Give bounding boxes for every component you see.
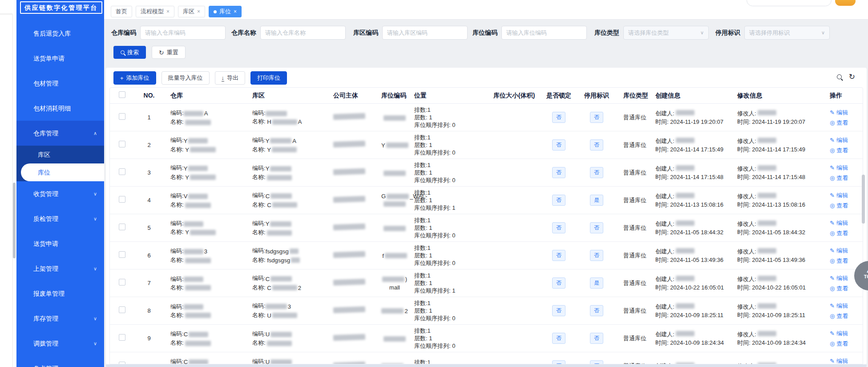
view-link[interactable]: ◎ 查看 xyxy=(830,256,863,266)
edit-link[interactable]: ✎ 编辑 xyxy=(830,107,863,118)
name-line: 名称: C xyxy=(252,200,327,209)
view-link[interactable]: ◎ 查看 xyxy=(830,118,863,128)
sidebar-item-包材消耗明细[interactable]: 包材消耗明细 xyxy=(16,96,104,121)
tab-流程模型[interactable]: 流程模型× xyxy=(136,6,174,17)
row-checkbox-cell xyxy=(110,168,134,177)
sidebar-item-送货单申请[interactable]: 送货单申请 xyxy=(16,46,104,71)
position-cell: 排数:1层数: 1库位顺序排列: 0 xyxy=(408,134,490,156)
rows-line: 排数:1 xyxy=(414,106,490,114)
action-button-打印库位[interactable]: 打印库位 xyxy=(250,71,287,85)
pencil-icon: ✎ xyxy=(830,273,835,283)
edit-link[interactable]: ✎ 编辑 xyxy=(830,163,863,173)
row-checkbox[interactable] xyxy=(119,279,125,285)
censored-value: Y xyxy=(185,173,216,182)
sidebar-item-售后退货入库[interactable]: 售后退货入库 xyxy=(16,21,104,46)
tab-首页[interactable]: 首页 xyxy=(111,6,132,17)
filter-input[interactable] xyxy=(501,26,587,40)
sidebar-item-库位[interactable]: 库位 xyxy=(16,163,104,181)
view-link[interactable]: ◎ 查看 xyxy=(830,228,863,238)
filter-input[interactable] xyxy=(140,26,226,40)
censored-blur xyxy=(189,359,208,364)
action-button-批量导入库位[interactable]: 批量导入库位 xyxy=(161,71,210,85)
name-line: 名称: xyxy=(170,338,245,347)
row-checkbox[interactable] xyxy=(119,141,125,147)
view-link[interactable]: ◎ 查看 xyxy=(830,200,863,211)
view-link[interactable]: ◎ 查看 xyxy=(830,173,863,183)
row-checkbox[interactable] xyxy=(119,168,125,175)
table-search-icon[interactable] xyxy=(837,74,842,79)
filter-input[interactable] xyxy=(260,26,346,40)
sidebar-item-仓库管理[interactable]: 仓库管理∧ xyxy=(16,121,104,146)
tab-库区[interactable]: 库区× xyxy=(178,6,205,17)
order-line: 库位顺序排列: 0 xyxy=(414,314,490,322)
select-all-checkbox[interactable] xyxy=(119,91,125,98)
company-cell xyxy=(327,196,377,204)
edit-link[interactable]: ✎ 编辑 xyxy=(830,135,863,145)
tab-库位[interactable]: 库位× xyxy=(209,6,242,17)
company-cell xyxy=(327,141,377,149)
warehouse-cell: 编码:名称: xyxy=(164,275,245,292)
sidebar-item-上架管理[interactable]: 上架管理∨ xyxy=(16,256,104,281)
global-search-input[interactable] xyxy=(747,0,832,6)
sidebar-item-送货申请[interactable]: 送货申请 xyxy=(16,231,104,256)
row-checkbox[interactable] xyxy=(119,334,125,341)
edit-link[interactable]: ✎ 编辑 xyxy=(830,218,863,228)
view-link[interactable]: ◎ 查看 xyxy=(830,338,863,349)
sidebar-item-包材管理[interactable]: 包材管理 xyxy=(16,71,104,96)
modified-time-line: 时间: 2024-11-05 13:49:36 xyxy=(737,256,824,264)
action-button-添加库位[interactable]: +添加库位 xyxy=(113,71,156,85)
filter-select[interactable]: 请选择停用标识∨ xyxy=(744,26,830,40)
edit-link[interactable]: ✎ 编辑 xyxy=(830,301,863,311)
action-button-导出[interactable]: ↓导出 xyxy=(215,71,246,85)
modifier-line: 修改人: xyxy=(737,137,824,145)
sidebar-item-收货管理[interactable]: 收货管理∨ xyxy=(16,181,104,206)
sidebar-item-质检管理[interactable]: 质检管理∨ xyxy=(16,206,104,231)
locked-tag: 否 xyxy=(552,112,565,123)
created-cell: 创建人: 时间: 2024-11-19 19:20:07 xyxy=(651,109,734,126)
row-checkbox[interactable] xyxy=(119,113,125,120)
row-checkbox[interactable] xyxy=(119,306,125,313)
created-time-line: 时间: 2024-11-13 15:08:16 xyxy=(655,200,734,209)
pencil-icon: ✎ xyxy=(830,107,835,118)
page-scrollbar-thumb[interactable] xyxy=(13,183,16,258)
censored-blur xyxy=(270,359,292,364)
edit-link[interactable]: ✎ 编辑 xyxy=(830,245,863,256)
sidebar-item-库存管理[interactable]: 库存管理∨ xyxy=(16,306,104,331)
close-icon[interactable]: × xyxy=(234,6,237,17)
row-checkbox[interactable] xyxy=(119,196,125,203)
table-scrollbar-thumb[interactable] xyxy=(862,175,865,224)
search-button[interactable]: 搜索 xyxy=(113,46,146,59)
edit-link[interactable]: ✎ 编辑 xyxy=(830,356,863,365)
censored-blur xyxy=(758,331,776,336)
censored-value: V xyxy=(184,192,208,200)
censored-value: fsdgsgsg xyxy=(266,247,299,256)
table-refresh-icon[interactable]: ↻ xyxy=(849,73,855,81)
censored-blur xyxy=(333,334,365,341)
view-link[interactable]: ◎ 查看 xyxy=(830,145,863,155)
edit-link[interactable]: ✎ 编辑 xyxy=(830,190,863,200)
sidebar-item-报废单管理[interactable]: 报废单管理 xyxy=(16,281,104,306)
chevron-down-icon: ∨ xyxy=(93,206,97,231)
reset-button[interactable]: ↻ 重置 xyxy=(152,46,186,59)
warehouse-cell: 编码:3名称: xyxy=(164,247,245,264)
sidebar-item-库区[interactable]: 库区 xyxy=(16,146,104,163)
row-checkbox[interactable] xyxy=(119,224,125,230)
view-link[interactable]: ◎ 查看 xyxy=(830,311,863,321)
filter-input[interactable] xyxy=(382,26,468,40)
column-header: 公司主体 xyxy=(327,92,377,99)
locked-tag: 否 xyxy=(552,333,565,344)
table-row: 1编码:A名称: 编码:名称: HA排数:1层数: 1库位顺序排列: 0否否普通… xyxy=(110,104,863,131)
sidebar-item-调拨管理[interactable]: 调拨管理∨ xyxy=(16,331,104,356)
horizontal-scrollbar[interactable] xyxy=(106,364,867,367)
close-icon[interactable]: × xyxy=(166,6,170,17)
disabled-tag: 否 xyxy=(590,167,603,178)
action-button-row: +添加库位批量导入库位↓导出打印库位 xyxy=(113,71,287,85)
table-row: 7编码:名称: 编码:C名称: C2)mall排数:1层数: 1库位顺序排列: … xyxy=(110,269,863,297)
close-icon[interactable]: × xyxy=(197,6,200,17)
row-checkbox[interactable] xyxy=(119,251,125,258)
filter-select[interactable]: 请选择库位类型∨ xyxy=(623,26,709,40)
creator-line: 创建人: xyxy=(655,247,734,256)
edit-link[interactable]: ✎ 编辑 xyxy=(830,328,863,338)
sidebar-item-盘点管理[interactable]: 盘点管理∨ xyxy=(16,356,104,367)
censored-blur xyxy=(381,308,404,314)
